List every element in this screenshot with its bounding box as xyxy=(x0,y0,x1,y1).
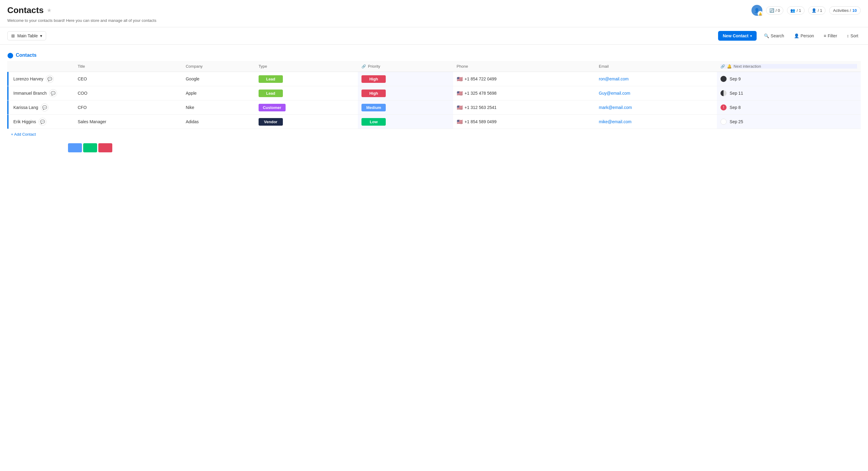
person-icon: 👤 xyxy=(794,33,799,38)
email-cell: Guy@email.com xyxy=(595,86,717,100)
contacts-section: ⬤ Contacts Title Company Type 🔗 Priority xyxy=(7,52,861,155)
type-cell[interactable]: Customer xyxy=(255,100,358,115)
next-interaction-cell: ! Sep 8 xyxy=(717,100,861,115)
priority-cell[interactable]: Medium xyxy=(358,100,453,115)
type-badge[interactable]: Lead xyxy=(258,90,283,97)
email-link[interactable]: mike@email.com xyxy=(599,119,631,124)
title-cell: CFO xyxy=(74,100,182,115)
section-title[interactable]: Contacts xyxy=(16,53,36,58)
row-indicator xyxy=(7,86,8,100)
priority-badge[interactable]: High xyxy=(362,75,386,83)
dropdown-chevron-icon: ▾ xyxy=(40,33,42,38)
col-header-next-interaction: 🔗 🔔 Next interaction xyxy=(717,61,861,72)
flag-icon: 🇺🇸 xyxy=(457,119,463,125)
comment-button[interactable]: 💬 xyxy=(46,75,54,83)
col-header-title: Title xyxy=(74,61,182,72)
team-counter[interactable]: 👤 / 1 xyxy=(808,6,826,14)
legend-swatch xyxy=(83,143,97,152)
row-indicator xyxy=(7,100,8,115)
activities-counter[interactable]: Activities / 10 xyxy=(829,6,861,14)
col-header-email: Email xyxy=(595,61,717,72)
table-row: Karissa Lang 💬 CFO Nike Customer Medium … xyxy=(7,100,861,115)
flag-icon: 🇺🇸 xyxy=(457,105,463,111)
favorite-icon[interactable]: ★ xyxy=(47,7,52,14)
title-area: Contacts ★ xyxy=(7,5,52,15)
search-action[interactable]: 🔍 Search xyxy=(762,32,786,40)
next-interaction-date: Sep 11 xyxy=(730,91,743,96)
phone-number: +1 325 478 5698 xyxy=(465,91,497,96)
flag-icon: 🇺🇸 xyxy=(457,90,463,96)
table-header-row: Title Company Type 🔗 Priority Phone Emai… xyxy=(7,61,861,72)
notification-dot[interactable] xyxy=(720,76,726,82)
sort-action[interactable]: ↕ Sort xyxy=(844,32,861,40)
company-cell: Apple xyxy=(182,86,255,100)
email-cell: mark@email.com xyxy=(595,100,717,115)
grid-icon: ⊞ xyxy=(11,33,15,38)
priority-badge[interactable]: Low xyxy=(362,118,386,126)
next-interaction-date: Sep 9 xyxy=(730,76,741,81)
legend-swatch xyxy=(98,143,112,152)
notification-dot[interactable]: ! xyxy=(720,104,726,111)
toolbar: ⊞ Main Table ▾ New Contact ▾ 🔍 Search 👤 … xyxy=(0,27,868,44)
search-icon: 🔍 xyxy=(764,33,769,38)
phone-cell: 🇺🇸 +1 854 589 0499 xyxy=(453,115,595,129)
phone-cell: 🇺🇸 +1 312 563 2541 xyxy=(453,100,595,115)
type-badge[interactable]: Vendor xyxy=(258,118,283,126)
new-contact-button[interactable]: New Contact ▾ xyxy=(718,31,757,41)
table-area: ⬤ Contacts Title Company Type 🔗 Priority xyxy=(0,44,868,162)
contact-name: Karissa Lang 💬 xyxy=(13,103,70,112)
add-contact-row[interactable]: + Add Contact xyxy=(7,129,861,139)
avatar-container: 👤 🔔 xyxy=(751,5,763,16)
color-legend xyxy=(7,141,861,155)
comment-button[interactable]: 💬 xyxy=(38,118,46,126)
notification-dot[interactable] xyxy=(720,119,726,125)
email-link[interactable]: mark@email.com xyxy=(599,105,632,110)
comment-button[interactable]: 💬 xyxy=(49,89,57,97)
section-toggle-icon[interactable]: ⬤ xyxy=(7,52,13,59)
type-cell[interactable]: Lead xyxy=(255,86,358,100)
priority-cell[interactable]: High xyxy=(358,72,453,86)
type-cell[interactable]: Lead xyxy=(255,72,358,86)
priority-badge[interactable]: Medium xyxy=(362,104,386,112)
contact-name: Lorenzo Harvey 💬 xyxy=(13,75,70,83)
type-cell[interactable]: Vendor xyxy=(255,115,358,129)
flag-icon: 🇺🇸 xyxy=(457,76,463,82)
notifications-counter[interactable]: 🔄 / 0 xyxy=(766,6,783,14)
table-row: Immanuel Branch 💬 COO Apple Lead High 🇺🇸… xyxy=(7,86,861,100)
priority-cell[interactable]: High xyxy=(358,86,453,100)
type-badge[interactable]: Lead xyxy=(258,75,283,83)
contact-name: Immanuel Branch 💬 xyxy=(13,89,70,97)
page-title: Contacts xyxy=(7,5,44,15)
filter-icon: ≡ xyxy=(824,33,826,38)
legend-swatch xyxy=(68,143,82,152)
contact-name-cell: Erik Higgins 💬 xyxy=(7,115,74,129)
contacts-table: Title Company Type 🔗 Priority Phone Emai… xyxy=(7,61,861,129)
email-link[interactable]: Guy@email.com xyxy=(599,91,630,96)
title-cell: Sales Manager xyxy=(74,115,182,129)
phone-number: +1 854 589 0499 xyxy=(465,119,497,124)
title-cell: COO xyxy=(74,86,182,100)
row-indicator xyxy=(7,115,8,129)
contact-name-text: Erik Higgins xyxy=(13,119,36,124)
person-filter-action[interactable]: 👤 Person xyxy=(792,32,816,40)
next-interaction-cell: Sep 25 xyxy=(717,115,861,129)
contact-name-text: Lorenzo Harvey xyxy=(13,76,43,81)
header-actions: 👤 🔔 🔄 / 0 👥 / 1 👤 / 1 Activities / 10 xyxy=(751,5,861,16)
title-cell: CEO xyxy=(74,72,182,86)
company-cell: Nike xyxy=(182,100,255,115)
filter-action[interactable]: ≡ Filter xyxy=(821,32,839,40)
notification-dot[interactable] xyxy=(720,90,726,96)
priority-badge[interactable]: High xyxy=(362,90,386,97)
priority-cell[interactable]: Low xyxy=(358,115,453,129)
col-header-company: Company xyxy=(182,61,255,72)
type-badge[interactable]: Customer xyxy=(258,104,286,112)
sort-icon: ↕ xyxy=(847,33,849,38)
priority-link-icon: 🔗 xyxy=(362,64,366,69)
table-row: Lorenzo Harvey 💬 CEO Google Lead High 🇺🇸… xyxy=(7,72,861,86)
phone-cell: 🇺🇸 +1 854 722 0499 xyxy=(453,72,595,86)
email-link[interactable]: ron@email.com xyxy=(599,76,628,81)
page-subtitle: Welcome to your contacts board! Here you… xyxy=(7,18,861,23)
main-table-selector[interactable]: ⊞ Main Table ▾ xyxy=(7,31,46,40)
comment-button[interactable]: 💬 xyxy=(41,103,49,112)
updates-counter[interactable]: 👥 / 1 xyxy=(787,6,804,14)
